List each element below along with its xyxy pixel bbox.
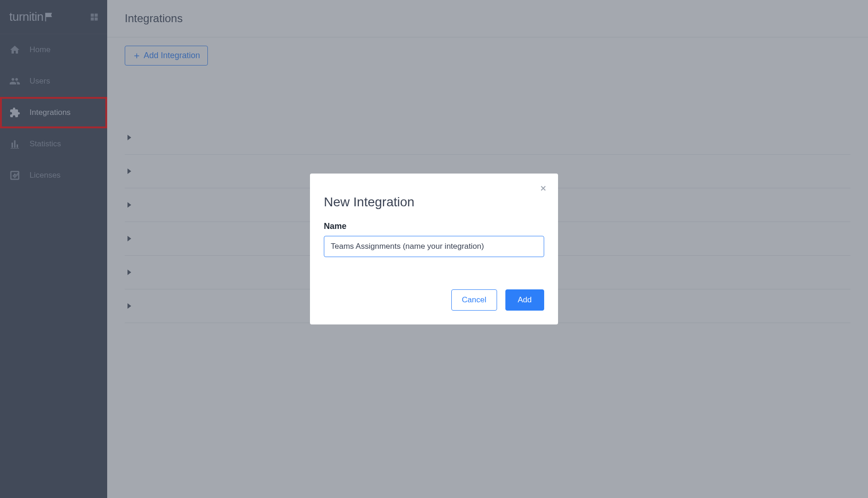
name-label: Name: [324, 222, 544, 231]
modal-actions: Cancel Add: [324, 289, 544, 311]
close-button[interactable]: [538, 183, 549, 194]
add-button[interactable]: Add: [505, 289, 544, 311]
new-integration-modal: New Integration Name Cancel Add: [310, 174, 558, 324]
modal-title: New Integration: [324, 195, 544, 210]
cancel-button[interactable]: Cancel: [451, 289, 497, 311]
integration-name-input[interactable]: [324, 236, 544, 257]
close-icon: [539, 184, 547, 192]
modal-overlay[interactable]: New Integration Name Cancel Add: [0, 0, 868, 498]
